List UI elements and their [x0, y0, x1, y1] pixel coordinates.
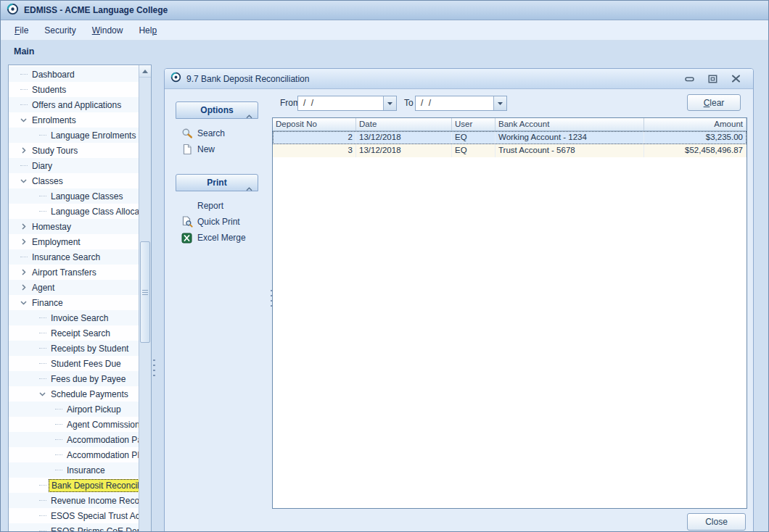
chevron-right-icon[interactable]	[17, 237, 30, 247]
report-button[interactable]: Report	[181, 198, 275, 214]
tree-item-airport-pickup[interactable]: Airport Pickup	[9, 402, 139, 417]
grid-cell: Working Account - 1234	[495, 131, 644, 144]
tree-item-label: Schedule Payments	[49, 388, 131, 400]
menu-help[interactable]: Help	[131, 22, 165, 38]
scroll-up-button[interactable]	[139, 65, 151, 78]
child-window-title: 9.7 Bank Deposit Reconciliation	[186, 74, 309, 84]
tree-item-agent-commission[interactable]: Agent Commission	[9, 417, 139, 432]
tree-item-insurance-search[interactable]: Insurance Search	[9, 249, 139, 265]
tree-item-revenue-income-recognitio[interactable]: Revenue Income Recognitio	[9, 493, 139, 508]
minimize-icon[interactable]	[683, 74, 695, 84]
tree-item-finance[interactable]: Finance	[9, 295, 139, 310]
tree-item-label: Agent Commission	[65, 419, 139, 431]
to-dropdown-arrow-icon[interactable]	[493, 96, 506, 110]
to-date-combobox[interactable]: / /	[415, 96, 507, 111]
app-titlebar[interactable]: EDMISS - ACME Language College	[1, 1, 768, 20]
tree-item-esos-prisms-coe-deposit-e[interactable]: ESOS Prisms CoE Deposit E	[9, 523, 139, 532]
tree-item-dashboard[interactable]: Dashboard	[9, 67, 139, 82]
new-document-icon	[181, 144, 193, 155]
app-logo-icon	[7, 3, 19, 18]
tree-item-classes[interactable]: Classes	[9, 173, 139, 188]
tree-item-student-fees-due[interactable]: Student Fees Due	[9, 356, 139, 371]
chevron-down-icon[interactable]	[17, 298, 30, 308]
tree-connector	[52, 450, 65, 460]
chevron-down-icon[interactable]	[17, 176, 30, 186]
tree-connector	[17, 100, 30, 110]
tree-item-invoice-search[interactable]: Invoice Search	[9, 310, 139, 325]
from-dropdown-arrow-icon[interactable]	[383, 96, 396, 110]
grid-row[interactable]: 313/12/2018EQTrust Account - 5678$52,458…	[273, 144, 747, 157]
tree-item-bank-deposit-reconciliation[interactable]: Bank Deposit Reconciliation	[9, 478, 139, 493]
tree-connector	[17, 70, 30, 80]
tree-item-accommodation-payme[interactable]: Accommodation Payme	[9, 432, 139, 447]
restore-icon[interactable]	[707, 74, 718, 84]
tree-item-label: Invoice Search	[49, 312, 110, 324]
quick-print-button[interactable]: Quick Print	[181, 214, 275, 230]
tree-item-insurance[interactable]: Insurance	[9, 462, 139, 478]
tree-item-students[interactable]: Students	[9, 82, 139, 97]
child-window-titlebar[interactable]: 9.7 Bank Deposit Reconciliation	[165, 69, 753, 89]
tree-connector	[52, 435, 65, 445]
print-panel-header[interactable]: Print	[176, 174, 258, 191]
tree-item-fees-due-by-payee[interactable]: Fees due by Payee	[9, 371, 139, 386]
clear-button[interactable]: Clear	[687, 94, 741, 111]
menu-window[interactable]: Window	[84, 22, 131, 38]
tree-item-language-classes[interactable]: Language Classes	[9, 188, 139, 204]
tree-item-study-tours[interactable]: Study Tours	[9, 143, 139, 158]
column-header-user[interactable]: User	[452, 118, 495, 130]
column-header-bank-account[interactable]: Bank Account	[495, 118, 644, 130]
chevron-right-icon[interactable]	[17, 267, 30, 278]
tree-item-receipts-by-student[interactable]: Receipts by Student	[9, 341, 139, 356]
column-header-deposit-no[interactable]: Deposit No	[273, 118, 356, 130]
chevron-down-icon[interactable]	[17, 115, 30, 125]
tree-item-diary[interactable]: Diary	[9, 158, 139, 173]
excel-icon	[181, 232, 193, 244]
tree-item-offers-and-applications[interactable]: Offers and Applications	[9, 97, 139, 112]
to-date-value: / /	[416, 96, 493, 110]
menu-file[interactable]: File	[7, 22, 36, 38]
tree-item-esos-special-trust-accoun[interactable]: ESOS Special Trust Accoun	[9, 508, 139, 523]
chevron-right-icon[interactable]	[17, 146, 30, 156]
excel-merge-button[interactable]: Excel Merge	[181, 230, 275, 246]
tree-item-accommodation-placem[interactable]: Accommodation Placem	[9, 447, 139, 462]
tree-item-label: Dashboard	[30, 69, 77, 80]
close-button[interactable]: Close	[687, 513, 746, 531]
tree-item-enrolments[interactable]: Enrolments	[9, 112, 139, 128]
column-header-date[interactable]: Date	[356, 118, 452, 130]
tree-item-employment[interactable]: Employment	[9, 234, 139, 249]
child-window-body: Options Search New	[165, 89, 753, 532]
print-panel-items: Report Quick Print Excel Merge	[181, 198, 275, 246]
section-label-main: Main	[14, 46, 34, 57]
tree-item-receipt-search[interactable]: Receipt Search	[9, 325, 139, 341]
tree-item-airport-transfers[interactable]: Airport Transfers	[9, 265, 139, 280]
window-controls	[683, 74, 741, 84]
new-button[interactable]: New	[181, 141, 275, 157]
tree-item-label: Language Enrolments	[49, 130, 138, 141]
tree-item-schedule-payments[interactable]: Schedule Payments	[9, 386, 139, 402]
tree-scrollbar[interactable]	[139, 65, 151, 532]
tree-connector	[52, 404, 65, 415]
close-icon[interactable]	[730, 74, 741, 84]
tree-item-language-class-allocation[interactable]: Language Class Allocation	[9, 204, 139, 219]
sidebar-splitter-handle[interactable]	[153, 359, 155, 378]
menu-security[interactable]: Security	[36, 22, 83, 38]
column-header-amount[interactable]: Amount	[644, 118, 747, 130]
tree-connector	[36, 359, 49, 369]
tree-connector	[17, 161, 30, 171]
tree-item-homestay[interactable]: Homestay	[9, 219, 139, 234]
tree-item-label: Bank Deposit Reconciliation	[49, 479, 139, 492]
grid-row[interactable]: 213/12/2018EQWorking Account - 1234$3,23…	[273, 131, 747, 144]
tree-connector	[36, 496, 49, 506]
tree-item-agent[interactable]: Agent	[9, 280, 139, 295]
tree-item-language-enrolments[interactable]: Language Enrolments	[9, 128, 139, 143]
search-button[interactable]: Search	[181, 125, 275, 141]
tree-item-label: Classes	[30, 175, 65, 187]
chevron-down-icon[interactable]	[36, 389, 49, 399]
tree-connector	[36, 481, 49, 491]
chevron-right-icon[interactable]	[17, 222, 30, 232]
tree-item-label: Receipt Search	[49, 328, 112, 339]
chevron-right-icon[interactable]	[17, 283, 30, 293]
scrollbar-thumb[interactable]	[140, 241, 150, 343]
options-panel-header[interactable]: Options	[176, 101, 258, 119]
from-date-combobox[interactable]: / /	[297, 96, 397, 111]
